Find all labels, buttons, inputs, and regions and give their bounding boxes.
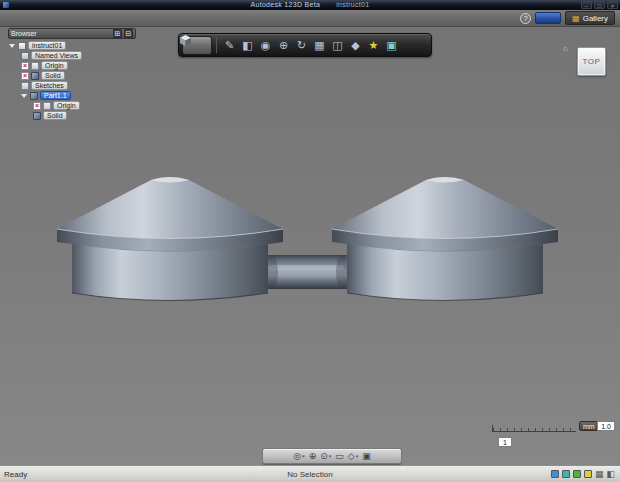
maximize-button[interactable]: □ — [594, 1, 605, 9]
sphere-icon[interactable]: ◉ — [257, 36, 274, 54]
tree-item-sketches[interactable]: Sketches — [8, 81, 136, 90]
selection-status: No Selection — [0, 470, 620, 479]
status-bar: Ready No Selection ▦ ◧ — [0, 465, 620, 482]
tree-item-origin[interactable]: × Origin — [8, 61, 136, 70]
help-icon[interactable]: ? — [520, 13, 531, 24]
zoom-button[interactable]: ⊙ ▾ — [320, 451, 331, 461]
solid-body-icon — [31, 72, 39, 80]
tree-item-label: Sketches — [31, 81, 68, 90]
browser-header[interactable]: Browser ⊞ ⊟ — [8, 28, 136, 39]
cube-icon — [179, 34, 192, 47]
orbit-icon: ◎ — [293, 451, 301, 461]
box-icon[interactable]: ◧ — [239, 36, 256, 54]
navigation-toolbar: ◎ ▾ ⊕ ⊙ ▾ ▭ ◇ ▾ ▣ — [262, 448, 402, 464]
view-mode-icon: ◇ — [348, 451, 355, 461]
move-icon[interactable]: ⊕ — [275, 36, 292, 54]
pencil-icon[interactable]: ✎ — [221, 36, 238, 54]
solid-body-icon — [33, 112, 41, 120]
visibility-off-icon[interactable]: × — [21, 72, 29, 80]
tree-item-label-selected: Part1.1 — [40, 91, 71, 100]
tree-item-label: Origin — [53, 101, 80, 110]
grid-toggle-icon[interactable]: ▦ — [595, 469, 604, 479]
ruler-ticks — [492, 425, 576, 432]
star-icon[interactable]: ★ — [365, 36, 382, 54]
visibility-off-icon[interactable]: × — [33, 102, 41, 110]
view-cube-face-label: TOP — [583, 57, 601, 66]
view-mode-button[interactable]: ◇ ▾ — [348, 451, 358, 461]
component-icon — [30, 92, 38, 100]
tree-item-part-selected[interactable]: Part1.1 — [8, 91, 136, 100]
window-title-area: Autodesk 123D Betainstruct01 — [0, 1, 620, 8]
expand-all-button[interactable]: ⊞ — [113, 29, 122, 38]
visibility-off-icon[interactable]: × — [21, 62, 29, 70]
rotate-icon[interactable]: ↻ — [293, 36, 310, 54]
chevron-down-icon: ▾ — [302, 453, 305, 459]
tree-item-label: Origin — [41, 61, 68, 70]
zoom-icon: ⊙ — [320, 451, 328, 461]
account-badge[interactable] — [535, 12, 561, 24]
indicator-yellow — [584, 470, 592, 478]
units-button[interactable]: mm — [579, 421, 599, 431]
app-window: Autodesk 123D Betainstruct01 – □ × ? ▦ G… — [0, 0, 620, 482]
model-connector[interactable] — [256, 255, 354, 289]
tree-item-root[interactable]: instruct01 — [8, 41, 136, 50]
window-title: Autodesk 123D Beta — [251, 1, 321, 8]
app-menu-button[interactable] — [182, 36, 212, 55]
indicator-teal — [562, 470, 570, 478]
pan-button[interactable]: ⊕ — [309, 451, 317, 461]
tree-item-label: Solid — [41, 71, 65, 80]
scale-value-box[interactable]: 1.0 — [597, 421, 615, 431]
grid-scale-widget: mm 1.0 1 — [486, 417, 616, 449]
gallery-label: Gallery — [583, 14, 608, 23]
browser-tree: instruct01 Named Views × Origin × Solid … — [8, 41, 136, 120]
disclosure-icon — [9, 44, 15, 48]
combine-icon[interactable]: ◫ — [329, 36, 346, 54]
snap-toggle-icon[interactable]: ◧ — [606, 469, 615, 479]
tree-item-solid[interactable]: × Solid — [8, 71, 136, 80]
status-indicators: ▦ ◧ — [551, 466, 615, 482]
tree-item-named-views[interactable]: Named Views — [8, 51, 136, 60]
chevron-down-icon: ▾ — [356, 453, 359, 459]
model-cap-right[interactable] — [332, 177, 558, 301]
toolbar-separator — [216, 37, 217, 53]
view-cube[interactable]: TOP — [577, 47, 606, 76]
fit-view-button[interactable]: ▭ — [335, 451, 344, 461]
pan-icon: ⊕ — [309, 451, 317, 461]
minimize-button[interactable]: – — [581, 1, 592, 9]
diamond-icon[interactable]: ◆ — [347, 36, 364, 54]
window-controls: – □ × — [581, 1, 618, 9]
gallery-icon: ▦ — [572, 14, 580, 23]
browser-panel: Browser ⊞ ⊟ instruct01 Named Views × Ori… — [8, 28, 136, 121]
collapse-all-button[interactable]: ⊟ — [124, 29, 133, 38]
panel-icon[interactable]: ▣ — [383, 36, 400, 54]
display-style-button[interactable]: ▣ — [362, 451, 371, 461]
fit-view-icon: ▭ — [335, 451, 344, 461]
document-name: instruct01 — [336, 1, 369, 8]
browser-title: Browser — [11, 30, 111, 37]
indicator-green — [573, 470, 581, 478]
tree-item-label: instruct01 — [28, 41, 66, 50]
sketch-icon — [21, 82, 29, 90]
model-cap-left[interactable] — [57, 177, 283, 301]
origin-axes-icon — [31, 62, 39, 70]
chevron-down-icon: ▾ — [329, 453, 332, 459]
home-icon[interactable]: ⌂ — [563, 44, 568, 53]
main-toolbar: ✎ ◧ ◉ ⊕ ↻ ▦ ◫ ◆ ★ ▣ — [178, 33, 432, 57]
grid-value-box[interactable]: 1 — [498, 437, 512, 447]
tree-item-part-origin[interactable]: × Origin — [8, 101, 136, 110]
document-icon — [18, 42, 26, 50]
close-button[interactable]: × — [607, 1, 618, 9]
titlebar: Autodesk 123D Betainstruct01 – □ × — [0, 0, 620, 10]
orbit-button[interactable]: ◎ ▾ — [293, 451, 304, 461]
disclosure-icon — [21, 94, 27, 98]
tree-item-label: Solid — [43, 111, 67, 120]
named-views-icon — [21, 52, 29, 60]
menu-strip: ? ▦ Gallery — [0, 10, 620, 27]
tree-item-label: Named Views — [31, 51, 82, 60]
tree-item-part-solid[interactable]: Solid — [8, 111, 136, 120]
gallery-button[interactable]: ▦ Gallery — [565, 11, 615, 25]
grid-icon[interactable]: ▦ — [311, 36, 328, 54]
display-style-icon: ▣ — [362, 451, 371, 461]
origin-axes-icon — [43, 102, 51, 110]
indicator-blue — [551, 470, 559, 478]
